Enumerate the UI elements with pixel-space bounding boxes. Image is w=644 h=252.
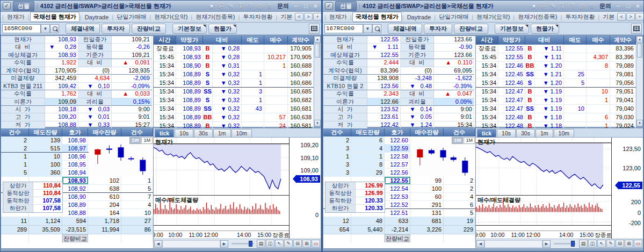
price-chart[interactable]: 현재가 [476,138,611,196]
tab-single-price[interactable]: 단일가매매 [436,12,471,21]
minimize-button[interactable]: ─ [615,3,622,9]
favorite-star-icon[interactable]: ★ [530,3,538,10]
zoom-slider-thumb[interactable] [249,241,252,247]
tns-row[interactable]: 15:34 108,89 S ▼ 0,32 1 160,686 [154,79,314,88]
chart-crosshair-icon[interactable]: ↖ [597,240,606,248]
chart-draw-icon[interactable]: ✎ [606,240,615,248]
tab-scroll-right-button[interactable]: > [304,13,313,21]
tab-bond-futures-current[interactable]: 국채선물 현재가 [352,12,402,22]
futures-menu-button[interactable]: 선물 [335,1,357,11]
trade-history-button[interactable]: 체결내역 [388,24,422,34]
edit-icon[interactable]: ✎ [227,3,235,10]
tns-scrollbar[interactable]: ▲ ▼ [314,36,321,127]
tab-all-symbols[interactable]: 현재가(전종목) [515,12,560,21]
tab-all-symbols[interactable]: 현재가(전종목) [193,12,237,21]
tns-row[interactable]: 15:34 122.46 BB ▼ 1.20 8 79,089 [476,62,636,70]
title-bar[interactable]: ✓ 선물 | 4102 금리선물/SWAP>금리선물>국채선물 현재가 ★⎘✎T… [1,1,321,12]
help-icon[interactable]: ? [247,3,254,10]
tns-row[interactable]: 15:34 122.47 B ▼ 1.19 1 79,041 [476,96,636,105]
tab-scroll-left-button[interactable]: < [295,13,303,21]
chart-interval-tab[interactable]: 30s [516,129,535,137]
print-icon[interactable]: ⎙ [578,3,586,10]
scroll-track[interactable] [162,240,220,248]
tns-row[interactable]: 장종료 122.55 B ▼ 1.11 83,396 [476,45,636,53]
zoom-slider-thumb[interactable] [571,241,575,247]
close-button[interactable]: × [634,3,641,9]
symbol-code-input[interactable] [2,24,41,33]
close-button[interactable]: × [312,3,319,9]
tns-row[interactable]: 15:34 108,89 S ▼ 0,32 1 160,687 [154,70,314,79]
futures-menu-button[interactable]: 선물 [13,1,34,11]
tab-investors[interactable]: 투자자현황 [562,12,597,21]
volume-chart[interactable]: 매수/매도체결량 [154,196,289,226]
tab-add-button[interactable]: + [635,13,643,21]
tns-row[interactable]: 15:34 108,89 SS ▼ 0,32 3 160,685 [154,88,314,96]
chart-interval-tab[interactable]: 10m [554,129,574,137]
tab-daytrade[interactable]: Daytrade [404,13,434,21]
scroll-right-icon[interactable]: ▶ [542,240,551,248]
tab-scroll-left-button[interactable]: < [617,13,626,21]
tab-summary[interactable]: 현재가(요약) [474,12,512,21]
help-icon[interactable]: ? [569,3,576,10]
tns-row[interactable]: 15:45 108,93 B ▼ 0,28 10,217 170,905 [154,53,314,62]
inquiry-button[interactable]: 문의 [276,2,290,10]
tab-investors[interactable]: 투자자현황 [240,12,275,21]
scroll-up-icon[interactable]: ▲ [636,36,643,43]
chart-date-icon[interactable]: ▤ [257,240,265,248]
tab-basic[interactable]: 기본 [600,12,617,21]
tns-row[interactable]: 15:34 122.47 SS ▼ 1.19 10 79,040 [476,105,636,113]
chart-comment-icon[interactable]: ◫ [266,240,274,248]
tns-row[interactable]: 15:45 122.55 B ▼ 1.11 4,307 83,396 [476,53,636,62]
scroll-left-icon[interactable]: ◀ [154,240,162,248]
trade-history-button[interactable]: 체결내역 [66,24,100,34]
edit-icon[interactable]: ✎ [549,3,557,10]
chart-draw-icon[interactable]: ✎ [284,240,293,248]
investor-button[interactable]: 투자자 [424,24,452,34]
scroll-up-icon[interactable]: ▲ [314,36,321,43]
tns-row[interactable]: 15:34 108,89 S ▼ 0,32 1 160,682 [154,96,314,105]
tab-summary[interactable]: 현재가(요약) [151,12,190,21]
tab-current-price[interactable]: 현재가 [327,12,350,21]
zoom-in-icon[interactable]: ⊞ [625,240,633,248]
search-icon[interactable] [372,24,381,33]
tab-bond-futures-current[interactable]: 국채선물 현재가 [30,12,79,22]
inquiry-button[interactable]: 문의 [598,2,612,10]
basic-info-button[interactable]: 기본정보 [172,24,207,34]
tns-row[interactable]: 15:34 122.47 B ▼ 1.19 10 79,051 [476,88,636,96]
chart-interval-tab[interactable]: 10m [231,129,252,137]
chart-interval-tab[interactable]: tick [155,129,174,137]
chart-interval-tab[interactable]: 10s [175,129,193,137]
investor-button[interactable]: 투자자 [102,24,130,34]
font-icon[interactable]: T [237,3,244,10]
font-icon[interactable]: T [559,3,567,10]
export-icon[interactable]: ⎘ [218,3,225,10]
symbol-dropdown-icon[interactable]: ▼ [363,24,372,33]
search-icon[interactable] [50,24,59,33]
maximize-button[interactable]: □ [302,3,309,9]
scroll-thumb[interactable] [637,44,642,57]
zoom-slider[interactable] [231,243,254,244]
zoom-slider[interactable] [554,243,576,244]
chart-interval-tab[interactable]: 1m [536,129,553,137]
zoom-in-icon[interactable]: ⊞ [302,240,311,248]
tab-daytrade[interactable]: Daytrade [82,13,112,21]
mini-candle-chart[interactable]: 1W 1M [411,136,475,177]
scroll-right-icon[interactable]: ▶ [220,240,228,248]
chart-date-icon[interactable]: ▤ [579,240,588,248]
range-1m-button[interactable]: 1M [141,137,153,144]
grid-view-button[interactable] [631,24,642,34]
tns-row[interactable]: 15:34 122.48 B ▼ 1.18 6 79,030 [476,113,636,122]
tns-row[interactable]: 15:34 122.46 S ▼ 1.20 5 79,056 [476,79,636,88]
range-1w-button[interactable]: 1W [129,137,141,144]
spot-price-button[interactable]: 현물가 [531,24,559,34]
print-icon[interactable]: ⎙ [256,3,264,10]
chart-interval-tab[interactable]: 30s [194,129,213,137]
tab-add-button[interactable]: + [313,13,321,21]
scroll-left-icon[interactable]: ◀ [476,240,484,248]
export-icon[interactable]: ⎘ [540,3,547,10]
scroll-down-icon[interactable]: ▼ [636,120,643,127]
scroll-thumb[interactable] [315,44,320,57]
chart-comment-icon[interactable]: ◫ [588,240,597,248]
maximize-button[interactable]: □ [625,3,632,9]
chart-area-icon[interactable]: ▭ [312,240,320,248]
